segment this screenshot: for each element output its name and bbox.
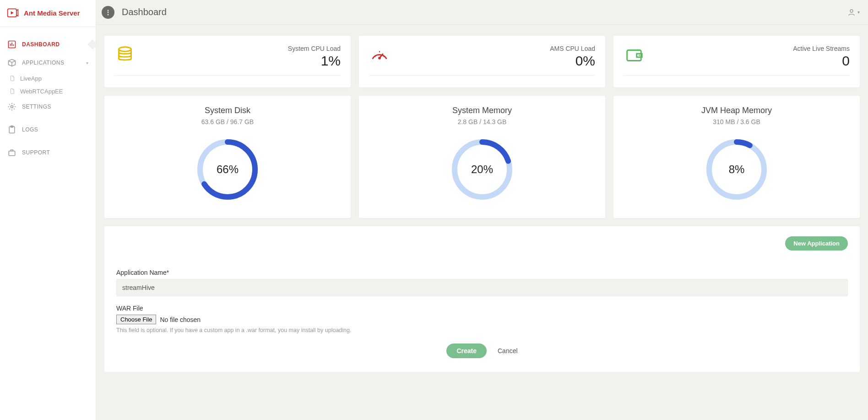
chevron-down-icon: ▾ bbox=[86, 60, 89, 65]
gauge-value: 66% bbox=[195, 137, 260, 202]
gauge-sub: 2.8 GB / 14.3 GB bbox=[369, 118, 595, 125]
nav-app-webrtc[interactable]: WebRTCAppEE bbox=[0, 85, 96, 98]
nav-logs[interactable]: LOGS bbox=[0, 120, 96, 139]
stat-value: 0 bbox=[793, 53, 850, 69]
nav-settings-label: SETTINGS bbox=[22, 104, 51, 110]
database-icon bbox=[114, 45, 136, 66]
gauge-sub: 310 MB / 3.6 GB bbox=[624, 118, 850, 125]
page-title: Dashboard bbox=[122, 7, 167, 17]
brand: Ant Media Server bbox=[0, 0, 96, 27]
document-icon bbox=[9, 87, 16, 95]
gauge-title: System Memory bbox=[369, 106, 595, 115]
sidebar: Ant Media Server DASHBOARD APPLICATIONS … bbox=[0, 0, 96, 420]
stat-value: 1% bbox=[288, 53, 341, 69]
stat-system-cpu: System CPU Load 1% bbox=[104, 36, 351, 87]
nav-dashboard[interactable]: DASHBOARD bbox=[0, 35, 96, 54]
stat-ams-cpu: AMS CPU Load 0% bbox=[359, 36, 605, 87]
stat-label: System CPU Load bbox=[288, 45, 341, 52]
gear-icon bbox=[7, 102, 16, 111]
user-menu[interactable]: ▾ bbox=[847, 8, 860, 16]
gauge-title: JVM Heap Memory bbox=[624, 106, 850, 115]
nav-logs-label: LOGS bbox=[22, 126, 38, 133]
dashboard-icon bbox=[7, 40, 16, 49]
topbar: ⋮ Dashboard ▾ bbox=[96, 0, 868, 25]
gauge-system-disk: System Disk 63.6 GB / 96.7 GB 66% bbox=[104, 96, 351, 218]
choose-file-button[interactable]: Choose File bbox=[116, 315, 156, 324]
stat-value: 0% bbox=[550, 53, 595, 69]
nav: DASHBOARD APPLICATIONS ▾ LiveApp WebRTCA… bbox=[0, 27, 96, 162]
nav-settings[interactable]: SETTINGS bbox=[0, 98, 96, 116]
briefcase-icon bbox=[7, 148, 16, 157]
app-name-label: Application Name* bbox=[116, 269, 848, 276]
nav-app-label: LiveApp bbox=[20, 75, 42, 82]
gauge-value: 8% bbox=[705, 137, 769, 202]
user-icon bbox=[847, 8, 856, 16]
file-chosen-text: No file chosen bbox=[160, 316, 201, 323]
app-name-input[interactable] bbox=[116, 279, 848, 296]
nav-app-label: WebRTCAppEE bbox=[20, 88, 63, 95]
clipboard-icon bbox=[7, 125, 16, 134]
svg-marker-1 bbox=[11, 11, 14, 15]
war-help-text: This field is optional. If you have a cu… bbox=[116, 327, 848, 333]
gauge-icon bbox=[369, 45, 390, 66]
svg-rect-6 bbox=[9, 151, 15, 156]
new-application-button[interactable]: New Application bbox=[785, 236, 848, 251]
nav-applications[interactable]: APPLICATIONS ▾ bbox=[0, 54, 96, 72]
gauge-sub: 63.6 GB / 96.7 GB bbox=[114, 118, 341, 125]
box-icon bbox=[7, 58, 16, 67]
gauge-value: 20% bbox=[450, 137, 514, 202]
cancel-button[interactable]: Cancel bbox=[498, 347, 518, 355]
svg-point-3 bbox=[11, 106, 13, 108]
svg-point-8 bbox=[119, 47, 131, 52]
gauge-chart: 66% bbox=[195, 137, 260, 202]
gauge-system-memory: System Memory 2.8 GB / 14.3 GB 20% bbox=[359, 96, 605, 218]
svg-line-11 bbox=[374, 56, 376, 57]
kebab-menu-button[interactable]: ⋮ bbox=[102, 6, 114, 19]
gauge-chart: 20% bbox=[450, 137, 514, 202]
nav-dashboard-label: DASHBOARD bbox=[22, 41, 60, 48]
svg-line-12 bbox=[384, 56, 385, 57]
nav-support[interactable]: SUPPORT bbox=[0, 143, 96, 162]
create-button[interactable]: Create bbox=[446, 344, 487, 358]
wallet-icon bbox=[624, 45, 645, 66]
stat-label: Active Live Streams bbox=[793, 45, 850, 52]
gauge-chart: 8% bbox=[705, 137, 769, 202]
gauge-jvm-heap: JVM Heap Memory 310 MB / 3.6 GB 8% bbox=[613, 96, 860, 218]
create-app-panel: New Application Application Name* WAR Fi… bbox=[104, 226, 860, 372]
nav-applications-label: APPLICATIONS bbox=[22, 60, 64, 66]
document-icon bbox=[9, 75, 16, 82]
stat-label: AMS CPU Load bbox=[550, 45, 595, 52]
gauge-title: System Disk bbox=[114, 106, 341, 115]
brand-logo-icon bbox=[6, 6, 19, 19]
svg-point-16 bbox=[639, 55, 640, 56]
nav-support-label: SUPPORT bbox=[22, 149, 50, 156]
chevron-down-icon: ▾ bbox=[857, 10, 860, 15]
brand-name: Ant Media Server bbox=[24, 9, 80, 17]
svg-point-7 bbox=[850, 10, 853, 12]
stat-active-streams: Active Live Streams 0 bbox=[613, 36, 860, 87]
nav-app-liveapp[interactable]: LiveApp bbox=[0, 72, 96, 85]
war-file-label: WAR File bbox=[116, 305, 848, 312]
